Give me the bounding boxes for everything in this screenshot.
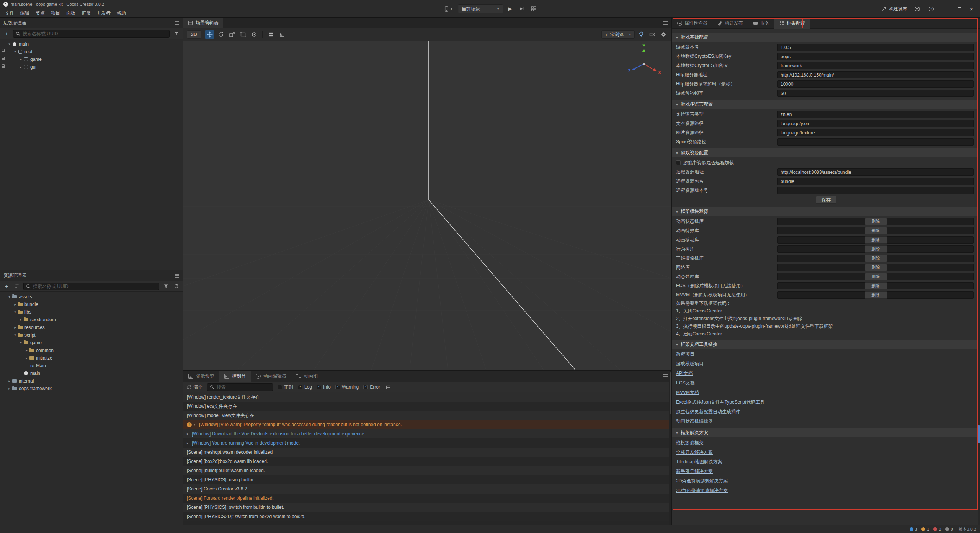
asset-node[interactable]: ▾ libs xyxy=(0,308,183,316)
section-header-solutions[interactable]: 框架解决方案 xyxy=(672,428,980,437)
doc-link[interactable]: API文档 xyxy=(676,369,693,378)
status-count[interactable]: 0 xyxy=(945,527,953,531)
asset-node[interactable]: ▸ bundle xyxy=(0,301,183,308)
expand-arrow-icon[interactable]: ▾ xyxy=(7,295,12,299)
scrollbar-thumb[interactable] xyxy=(670,372,671,414)
expand-arrow-icon[interactable]: ▾ xyxy=(13,310,18,314)
console-scrollbar[interactable] xyxy=(669,371,671,525)
log-row[interactable]: [Scene] [PHYSICS2D]: switch from box2d-w… xyxy=(183,512,671,521)
save-button[interactable]: 保存 xyxy=(816,196,836,204)
doc-link[interactable]: 动画状态机编辑器 xyxy=(676,417,713,426)
menu-item[interactable]: 项目 xyxy=(48,9,63,18)
property-input[interactable]: oops xyxy=(777,53,974,60)
expand-arrow-icon[interactable]: ▸ xyxy=(24,356,29,360)
delete-button[interactable]: 删除 xyxy=(865,264,887,271)
log-row[interactable]: [Scene] Cocos Creator v3.8.2 xyxy=(183,484,671,494)
status-count[interactable]: 0 xyxy=(933,527,941,531)
log-filter-checkbox[interactable]: Log xyxy=(298,384,312,390)
hamburger-icon[interactable] xyxy=(663,376,668,377)
inspector-tab[interactable]: 构建发布 xyxy=(712,18,748,29)
scene-camera-button[interactable] xyxy=(647,30,657,39)
status-count[interactable]: 1 xyxy=(921,527,929,531)
property-input[interactable]: language/json xyxy=(777,120,974,127)
assets-search-input[interactable] xyxy=(33,284,157,289)
scene-light-toggle[interactable] xyxy=(636,30,646,39)
console-search-input[interactable] xyxy=(217,384,270,390)
solution-link[interactable]: 全栈开发解决方案 xyxy=(676,448,713,457)
mode-3d-button[interactable]: 3D xyxy=(187,30,201,39)
property-input[interactable] xyxy=(777,187,974,194)
log-row[interactable]: [Window] Download the Vue Devtools exten… xyxy=(183,429,671,438)
refresh-assets-button[interactable] xyxy=(172,283,180,290)
doc-link[interactable]: Excel格式转Json文件与TypeScript代码工具 xyxy=(676,397,764,407)
create-node-button[interactable] xyxy=(3,30,10,38)
solution-link[interactable]: Tiledmap地图解决方案 xyxy=(676,457,722,467)
help-button[interactable]: ? xyxy=(927,4,936,13)
step-button[interactable] xyxy=(517,4,526,13)
sort-assets-button[interactable] xyxy=(13,283,21,290)
close-button[interactable] xyxy=(965,4,978,14)
scene-viewport[interactable]: Y X Z xyxy=(183,41,671,370)
delete-button[interactable]: 删除 xyxy=(865,291,887,299)
package-button[interactable] xyxy=(913,4,921,13)
log-row[interactable]: [Scene] [PHYSICS]: using builtin. xyxy=(183,475,671,484)
rect-tool-button[interactable] xyxy=(238,30,248,39)
log-expand-caret[interactable] xyxy=(187,432,192,436)
hierarchy-search-input[interactable] xyxy=(23,31,167,36)
property-input[interactable]: 1.0.5 xyxy=(777,44,974,51)
axis-gizmo[interactable]: Y X Z xyxy=(626,44,662,81)
property-input[interactable]: zh,en xyxy=(777,111,974,118)
console-tab[interactable]: 动画图 xyxy=(291,371,323,382)
hamburger-icon[interactable] xyxy=(663,23,668,23)
delete-button[interactable]: 删除 xyxy=(865,218,887,225)
inspector-scrollbar[interactable] xyxy=(978,29,980,525)
asset-node[interactable]: main xyxy=(0,370,183,377)
log-row[interactable]: [Window] model_view文件夹存在 xyxy=(183,411,671,420)
solution-link[interactable]: 新手引导解决方案 xyxy=(676,467,713,476)
property-input[interactable]: http://192.168.0.150/main/ xyxy=(777,71,974,78)
log-row[interactable]: [Scene] [box2d]:box2d wasm lib loaded. xyxy=(183,457,671,466)
maximize-button[interactable] xyxy=(953,4,965,14)
asset-node[interactable]: ▸ resources xyxy=(0,324,183,331)
play-button[interactable] xyxy=(507,4,513,13)
section-header-basic[interactable]: 游戏基础配置 xyxy=(672,33,980,42)
asset-node[interactable]: ▸ common xyxy=(0,347,183,354)
asset-node[interactable]: ▸ oops-framework xyxy=(0,385,183,392)
log-row[interactable]: [Window] You are running Vue in developm… xyxy=(183,438,671,448)
hierarchy-filter-button[interactable] xyxy=(172,30,180,38)
section-header-docs[interactable]: 框架文档工具链接 xyxy=(672,340,980,349)
console-tab[interactable]: 资源预览 xyxy=(183,371,219,382)
rotate-tool-button[interactable] xyxy=(216,30,225,39)
expand-arrow-icon[interactable]: ▾ xyxy=(7,42,12,46)
scale-tool-button[interactable] xyxy=(227,30,237,39)
move-tool-button[interactable] xyxy=(205,30,214,39)
expand-arrow-icon[interactable]: ▸ xyxy=(18,57,23,61)
log-expand-caret[interactable] xyxy=(194,423,199,427)
doc-link[interactable]: 游戏模板项目 xyxy=(676,359,704,369)
doc-link[interactable]: MVVM文档 xyxy=(676,388,699,397)
preview-device-button[interactable] xyxy=(442,4,454,13)
menu-item[interactable]: 文件 xyxy=(2,9,17,18)
menu-item[interactable]: 帮助 xyxy=(114,9,129,18)
create-asset-button[interactable] xyxy=(3,283,10,290)
remote-load-checkbox[interactable] xyxy=(676,160,681,165)
hamburger-icon[interactable] xyxy=(175,23,179,23)
grid-snap-button[interactable] xyxy=(266,30,276,39)
delete-button[interactable]: 删除 xyxy=(865,282,887,289)
asset-node[interactable]: ▸ initialize xyxy=(0,354,183,362)
delete-button[interactable]: 删除 xyxy=(865,273,887,280)
console-tab[interactable]: 动画编辑器 xyxy=(251,371,291,382)
log-filter-checkbox[interactable]: Info xyxy=(317,384,331,390)
inspector-tab[interactable]: 属性检查器 xyxy=(672,18,712,29)
hierarchy-node[interactable]: ▸ game xyxy=(0,56,183,63)
menu-item[interactable]: 编辑 xyxy=(17,9,33,18)
doc-link[interactable]: ECS文档 xyxy=(676,378,695,388)
asset-node[interactable]: ▾ game xyxy=(0,339,183,347)
section-header-modules[interactable]: 框架模块裁剪 xyxy=(672,207,980,216)
log-row[interactable]: [Scene] meshopt wasm decoder initialized xyxy=(183,448,671,457)
log-row[interactable]: [Window] [Vue warn]: Property "onInput" … xyxy=(183,420,671,429)
pivot-tool-button[interactable] xyxy=(249,30,259,39)
scene-selector-dropdown[interactable]: 当前场景 xyxy=(458,4,503,13)
minimize-button[interactable] xyxy=(941,4,953,14)
log-expand-caret[interactable] xyxy=(187,441,192,445)
